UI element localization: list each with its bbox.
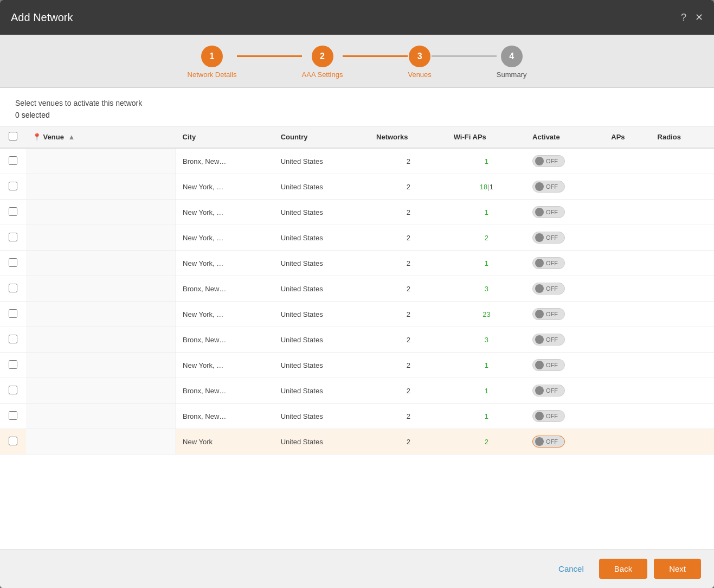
aps-cell xyxy=(604,429,651,455)
table-row: New York, …United States22OFF xyxy=(0,225,714,251)
wifi-aps-cell: 1 xyxy=(447,251,526,276)
activate-cell: OFF xyxy=(526,276,604,302)
connector-3-4 xyxy=(432,55,497,57)
venue-cell xyxy=(26,251,176,276)
activate-toggle[interactable]: OFF xyxy=(532,308,565,320)
table-row: New York, …United States218|1OFF xyxy=(0,174,714,200)
activate-toggle[interactable]: OFF xyxy=(532,283,565,295)
city-cell: New York, … xyxy=(176,251,274,276)
city-cell: Bronx, New… xyxy=(176,327,274,353)
row-checkbox[interactable] xyxy=(9,258,17,267)
activate-cell: OFF xyxy=(526,302,604,327)
aps-cell xyxy=(604,276,651,302)
activate-toggle[interactable]: OFF xyxy=(532,436,565,448)
modal-header: Add Network ? ✕ xyxy=(0,0,714,35)
venue-cell xyxy=(26,353,176,378)
activate-toggle[interactable]: OFF xyxy=(532,257,565,269)
next-button[interactable]: Next xyxy=(654,559,701,579)
activate-toggle[interactable]: OFF xyxy=(532,232,565,244)
step-4[interactable]: 4 Summary xyxy=(497,46,527,79)
row-checkbox[interactable] xyxy=(9,411,17,420)
back-button[interactable]: Back xyxy=(599,559,647,579)
step-1[interactable]: 1 Network Details xyxy=(188,46,237,79)
venue-cell xyxy=(26,174,176,200)
row-checkbox-cell xyxy=(0,225,26,251)
close-icon[interactable]: ✕ xyxy=(695,11,703,23)
selected-count: 0 selected xyxy=(15,111,699,119)
cancel-button[interactable]: Cancel xyxy=(550,560,593,578)
row-checkbox-cell xyxy=(0,148,26,174)
venue-cell xyxy=(26,148,176,174)
city-cell: New York, … xyxy=(176,302,274,327)
header-city[interactable]: City xyxy=(176,126,274,148)
venue-cell xyxy=(26,302,176,327)
table-row: New York, …United States21OFF xyxy=(0,353,714,378)
step-2-circle: 2 xyxy=(312,46,333,67)
networks-cell: 2 xyxy=(370,302,447,327)
row-checkbox[interactable] xyxy=(9,335,17,343)
country-cell: United States xyxy=(274,404,370,429)
country-cell: United States xyxy=(274,276,370,302)
header-aps[interactable]: APs xyxy=(604,126,651,148)
row-checkbox[interactable] xyxy=(9,156,17,165)
row-checkbox-cell xyxy=(0,378,26,404)
step-3[interactable]: 3 Venues xyxy=(408,46,431,79)
activate-cell: OFF xyxy=(526,327,604,353)
city-cell: New York xyxy=(176,429,274,455)
step-2[interactable]: 2 AAA Settings xyxy=(302,46,343,79)
wifi-aps-cell: 1 xyxy=(447,404,526,429)
select-all-checkbox[interactable] xyxy=(9,132,17,140)
help-icon[interactable]: ? xyxy=(681,12,686,23)
city-cell: New York, … xyxy=(176,174,274,200)
header-venue[interactable]: 📍 Venue ▲ xyxy=(26,126,176,148)
header-country[interactable]: Country xyxy=(274,126,370,148)
step-4-circle: 4 xyxy=(501,46,523,67)
header-radios[interactable]: Radios xyxy=(651,126,714,148)
instruction-text: Select venues to activate this network xyxy=(15,99,699,107)
table-row: Bronx, New…United States23OFF xyxy=(0,276,714,302)
table-row: New York, …United States223OFF xyxy=(0,302,714,327)
row-checkbox[interactable] xyxy=(9,207,17,216)
row-checkbox-cell xyxy=(0,276,26,302)
radios-cell xyxy=(651,327,714,353)
city-cell: New York, … xyxy=(176,225,274,251)
activate-toggle[interactable]: OFF xyxy=(532,181,565,193)
city-cell: Bronx, New… xyxy=(176,276,274,302)
venue-cell xyxy=(26,276,176,302)
activate-toggle[interactable]: OFF xyxy=(532,334,565,346)
row-checkbox[interactable] xyxy=(9,182,17,190)
row-checkbox[interactable] xyxy=(9,360,17,369)
table-container[interactable]: 📍 Venue ▲ City Country Networks Wi-Fi AP… xyxy=(0,126,714,549)
header-wifi-aps[interactable]: Wi-Fi APs xyxy=(447,126,526,148)
aps-cell xyxy=(604,353,651,378)
row-checkbox[interactable] xyxy=(9,309,17,318)
activate-toggle[interactable]: OFF xyxy=(532,385,565,397)
venue-cell xyxy=(26,429,176,455)
activate-toggle[interactable]: OFF xyxy=(532,155,565,167)
row-checkbox[interactable] xyxy=(9,437,17,445)
activate-toggle[interactable]: OFF xyxy=(532,206,565,218)
row-checkbox[interactable] xyxy=(9,233,17,241)
table-row: New YorkUnited States22OFF xyxy=(0,429,714,455)
row-checkbox-cell xyxy=(0,251,26,276)
wifi-aps-cell: 1 xyxy=(447,353,526,378)
activate-toggle[interactable]: OFF xyxy=(532,410,565,422)
row-checkbox[interactable] xyxy=(9,284,17,292)
header-networks[interactable]: Networks xyxy=(370,126,447,148)
row-checkbox-cell xyxy=(0,429,26,455)
aps-cell xyxy=(604,225,651,251)
networks-cell: 2 xyxy=(370,429,447,455)
connector-1-2 xyxy=(237,55,302,57)
step-2-label: AAA Settings xyxy=(302,71,343,79)
modal-title: Add Network xyxy=(11,11,73,24)
city-cell: New York, … xyxy=(176,200,274,225)
activate-cell: OFF xyxy=(526,200,604,225)
wifi-aps-cell: 3 xyxy=(447,327,526,353)
row-checkbox[interactable] xyxy=(9,386,17,394)
table-header-row: 📍 Venue ▲ City Country Networks Wi-Fi AP… xyxy=(0,126,714,148)
header-activate[interactable]: Activate xyxy=(526,126,604,148)
country-cell: United States xyxy=(274,225,370,251)
wifi-aps-cell: 1 xyxy=(447,200,526,225)
activate-toggle[interactable]: OFF xyxy=(532,359,565,371)
wifi-aps-cell: 3 xyxy=(447,276,526,302)
